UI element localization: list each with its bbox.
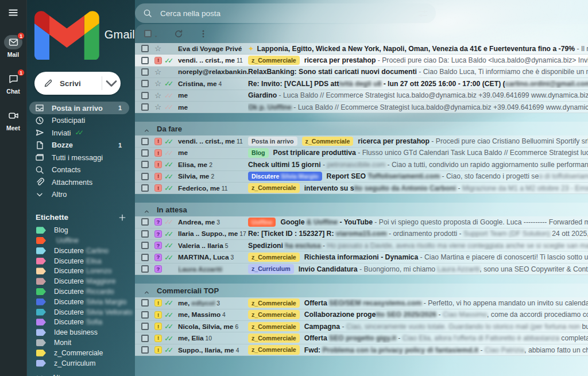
email-row[interactable]: ?✓✓Valeria .. Ilaria5Spedizioni ha esclu… bbox=[135, 240, 588, 251]
email-checkbox[interactable] bbox=[141, 265, 149, 273]
rail-item-mail[interactable]: 1Mail bbox=[4, 35, 22, 58]
sidebar-item-inviati[interactable]: Inviati✓✓ bbox=[27, 126, 129, 139]
email-row[interactable]: ☆✓✓meGiardino - Luca Baldo // Ecommerce … bbox=[135, 90, 588, 102]
label-chip[interactable]: z_Commerciale bbox=[248, 253, 300, 262]
sidebar-item-contacts[interactable]: Contacts bbox=[27, 164, 129, 176]
sidebar-label-uoffine[interactable]: Uoffine bbox=[27, 235, 135, 246]
star-icon[interactable]: ☆ bbox=[154, 92, 161, 100]
sidebar-label-discutere-maggiore[interactable]: DiscutereMaggiore bbox=[27, 276, 135, 286]
email-row[interactable]: !✓✓me, edlycol3z_CommercialeOfferta SEO/… bbox=[135, 297, 588, 309]
rail-item-chat[interactable]: 1Chat bbox=[4, 72, 22, 95]
select-all-control[interactable] bbox=[144, 30, 158, 37]
label-chip[interactable]: Blog bbox=[248, 148, 269, 157]
search-bar[interactable] bbox=[135, 3, 436, 23]
star-icon[interactable]: ☆ bbox=[154, 45, 161, 53]
sidebar-label-idee-business[interactable]: Idee business bbox=[27, 327, 135, 338]
email-checkbox[interactable] bbox=[141, 45, 149, 52]
search-input[interactable] bbox=[159, 9, 413, 18]
email-checkbox[interactable] bbox=[141, 184, 149, 192]
section-header-commerciali-top[interactable]: Commerciali TOP bbox=[135, 284, 588, 297]
email-checkbox[interactable] bbox=[141, 80, 149, 87]
label-chip[interactable]: z_Commerciale bbox=[248, 345, 300, 354]
email-row[interactable]: ?✓✓MARTINA, Luca3z_CommercialeRichiesta … bbox=[135, 251, 588, 263]
label-chip[interactable]: z_Commerciale bbox=[248, 334, 300, 343]
email-checkbox[interactable] bbox=[141, 299, 149, 307]
label-chip[interactable]: Posta in arrivo bbox=[248, 137, 297, 146]
label-chip[interactable]: Discutere Silvia Margio bbox=[248, 172, 322, 181]
sidebar-item-altro[interactable]: Altro bbox=[27, 188, 129, 201]
star-icon[interactable]: ☆ bbox=[154, 103, 161, 111]
select-dropdown-icon[interactable] bbox=[153, 31, 158, 36]
sidebar-item-tutti-i-messaggi[interactable]: Tutti i messaggi bbox=[27, 151, 129, 164]
email-row[interactable]: ☆noreply@relaxbankin.RelaxBanking: Sono … bbox=[135, 67, 588, 78]
select-all-checkbox[interactable] bbox=[144, 30, 152, 37]
email-checkbox[interactable] bbox=[141, 149, 149, 157]
sidebar-label-discutere-riccardo[interactable]: DiscutereRiccardo bbox=[27, 286, 135, 297]
sidebar-label-discutere-lorenzo[interactable]: DiscutereLorenzo bbox=[27, 266, 135, 276]
star-icon[interactable]: ☆ bbox=[154, 68, 161, 76]
add-label-button[interactable] bbox=[118, 214, 126, 222]
label-chip[interactable]: z_Commerciale bbox=[248, 310, 300, 319]
compose-dropdown-button[interactable] bbox=[102, 72, 121, 95]
email-checkbox[interactable] bbox=[141, 230, 149, 238]
main-menu-button[interactable] bbox=[8, 7, 18, 18]
sidebar-label-discutere-carlino[interactable]: DiscutereCarlino bbox=[27, 246, 135, 256]
sidebar-label-discutere-sofia[interactable]: DiscutereSofia bbox=[27, 317, 135, 327]
section-header-da-fare[interactable]: Da fare bbox=[135, 122, 588, 135]
search-filters-icon[interactable] bbox=[418, 9, 428, 18]
email-checkbox[interactable] bbox=[141, 161, 149, 168]
sidebar-item-altro-labels[interactable]: Altro bbox=[27, 371, 129, 376]
email-row[interactable]: ?✓✓Andrea, me3UoffineGoogle & Uoffine - … bbox=[135, 216, 588, 228]
email-row[interactable]: !✓✓me, Elia10z_CommercialeOfferta SEO pr… bbox=[135, 332, 588, 344]
email-row[interactable]: !✓✓vendi. .. crist., me11Posta in arrivo… bbox=[135, 135, 588, 147]
sidebar-label-discutere-elisa[interactable]: DiscutereElisa bbox=[27, 256, 135, 266]
email-checkbox[interactable] bbox=[141, 346, 149, 354]
sidebar-label-discutere-silvia-margio[interactable]: DiscutereSilvia Margio bbox=[27, 297, 135, 307]
email-checkbox[interactable] bbox=[141, 323, 149, 330]
sidebar-label-z-curriculum[interactable]: z_Curriculum bbox=[27, 358, 135, 369]
sidebar-label-blog[interactable]: Blog bbox=[27, 225, 135, 235]
label-chip[interactable]: z_Curriculum bbox=[248, 264, 294, 273]
sidebar-label-z-commerciale[interactable]: z_Commerciale bbox=[27, 348, 135, 358]
email-row[interactable]: !✓✓Elisa, me2Check ultimi 15 giorni - pe… bbox=[135, 159, 588, 170]
email-checkbox[interactable] bbox=[141, 92, 149, 99]
email-row[interactable]: !✓✓Suppo., Ilaria, me4z_CommercialeFwd: … bbox=[135, 344, 588, 356]
email-row[interactable]: ?✓✓Ilaria .. Suppo., me17Re: [Ticket ID … bbox=[135, 228, 588, 240]
email-checkbox[interactable] bbox=[141, 242, 149, 249]
refresh-button[interactable] bbox=[174, 29, 183, 38]
email-checkbox[interactable] bbox=[141, 138, 149, 145]
section-header-in-attesa[interactable]: In attesa bbox=[135, 203, 588, 216]
label-chip[interactable]: z_Commerciale bbox=[302, 137, 354, 146]
email-checkbox[interactable] bbox=[141, 311, 149, 319]
more-options-button[interactable] bbox=[199, 29, 208, 38]
email-checkbox[interactable] bbox=[141, 218, 149, 226]
email-row[interactable]: !✓✓Silvia, me2Discutere Silvia MargioRep… bbox=[135, 171, 588, 183]
sidebar-label-monit[interactable]: Monit bbox=[27, 338, 135, 348]
sidebar-item-attachments[interactable]: Attachments bbox=[27, 176, 129, 188]
email-row[interactable]: !✓✓vendi. .. crist., me11z_Commercialeri… bbox=[135, 55, 588, 66]
email-row[interactable]: !✓✓Nicola, Silvia, me6z_CommercialeCampa… bbox=[135, 321, 588, 332]
email-row[interactable]: ?Laura Azzaritiz_CurriculumInvio Candida… bbox=[135, 263, 588, 275]
rail-item-meet[interactable]: Meet bbox=[4, 108, 22, 131]
email-checkbox[interactable] bbox=[141, 335, 149, 342]
sidebar-label-discutere-silvia-vellorato[interactable]: DiscutereSilvia Vellorato bbox=[27, 307, 135, 317]
email-checkbox[interactable] bbox=[141, 103, 149, 111]
email-row[interactable]: ☆Eva di Voyage Privé✦ Lapponia, Egitto, … bbox=[135, 43, 588, 55]
email-checkbox[interactable] bbox=[141, 57, 149, 64]
email-checkbox[interactable] bbox=[141, 173, 149, 180]
label-chip[interactable]: z_Commerciale bbox=[248, 183, 300, 192]
label-chip[interactable]: z_Commerciale bbox=[248, 56, 300, 65]
email-row[interactable]: !✓✓me, Massimo4z_CommercialeCollaborazio… bbox=[135, 309, 588, 321]
star-icon[interactable]: ☆ bbox=[154, 80, 161, 88]
sidebar-item-posticipati[interactable]: Posticipati bbox=[27, 114, 129, 127]
sidebar-item-bozze[interactable]: Bozze1 bbox=[27, 139, 129, 152]
email-row[interactable]: ☆✓✓meOk p. Uoffine - Luca Baldo // Ecomm… bbox=[135, 102, 588, 113]
email-checkbox[interactable] bbox=[141, 254, 149, 261]
compose-button[interactable]: Scrivi bbox=[34, 72, 121, 95]
email-checkbox[interactable] bbox=[141, 68, 149, 76]
sidebar-item-posta-in-arrivo[interactable]: Posta in arrivo1 bbox=[29, 102, 129, 114]
email-row[interactable]: !✓✓Federico, me11z_Commercialeintervento… bbox=[135, 183, 588, 194]
email-row[interactable]: ☆✓✓Cristina, me4Re: Invito: [VCALL] PDS … bbox=[135, 78, 588, 90]
label-chip[interactable]: z_Commerciale bbox=[248, 322, 300, 331]
label-chip[interactable]: z_Commerciale bbox=[248, 299, 300, 308]
